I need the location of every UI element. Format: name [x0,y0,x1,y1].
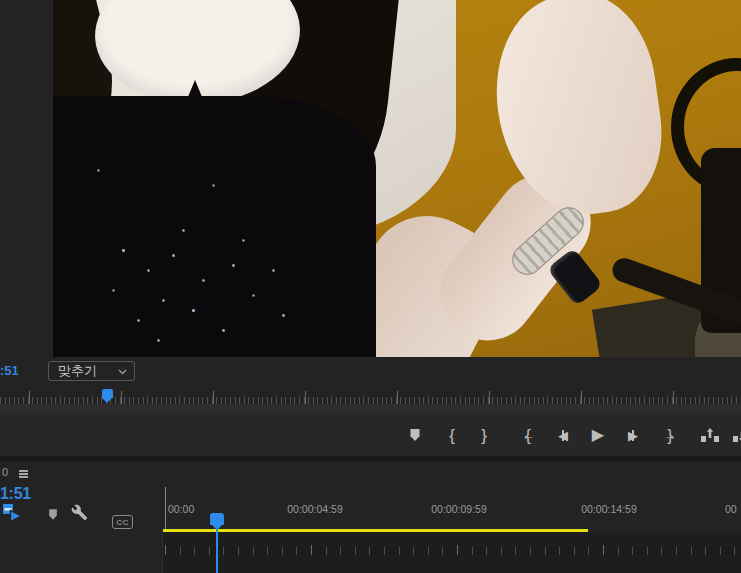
play-icon: ▶ [592,427,604,443]
go-to-out-icon: } [667,427,673,444]
mark-out-icon: } [481,427,487,444]
extract-icon [733,428,741,442]
wrench-icon [71,504,88,521]
go-to-out-button[interactable]: →} [654,421,686,449]
marker-icon [408,428,422,442]
playback-timecode-fragment[interactable]: :51 [0,363,26,379]
ruler-label: 00 [725,503,737,515]
collar-notch [185,80,205,104]
lift-button[interactable] [697,421,723,449]
add-marker-button[interactable] [402,421,428,449]
chevron-down-icon [118,369,127,375]
program-monitor-video [53,0,741,357]
work-area-bar[interactable] [163,529,588,532]
ruler-label: 00:00:14:59 [581,503,636,515]
zoom-fit-label: 맞추기 [58,363,97,378]
play-button[interactable]: ▶ [585,421,611,449]
mark-in-button[interactable]: { [439,421,465,449]
ruler-label: 00:00:09:59 [431,503,486,515]
go-to-in-button[interactable]: {← [512,421,544,449]
zoom-fit-dropdown[interactable]: 맞추기 [48,361,135,381]
timeline-panel: 0 1:51 CC 00:00 00:00:04:59 00:00:09:59 … [0,461,741,573]
cc-icon: CC [116,518,129,527]
closed-captions-button[interactable]: CC [112,515,133,529]
step-back-button[interactable]: ◀ [550,421,576,449]
video-noise-speckles [53,0,54,1]
panel-menu-icon[interactable] [19,470,28,472]
sequence-timecode[interactable]: 1:51 [0,484,31,504]
step-forward-icon: ▶ [628,429,638,442]
monitor-playhead[interactable] [102,389,113,398]
step-forward-button[interactable]: ▶ [620,421,646,449]
timeline-playhead-line [216,527,218,573]
nest-sequence-icon [2,502,22,522]
mark-out-button[interactable]: } [471,421,497,449]
black-dress [53,96,376,357]
extract-button[interactable] [729,421,741,449]
ruler-label: 00:00:04:59 [287,503,342,515]
transport-bar: { } {← ◀ ▶ ▶ →} [0,413,741,456]
mark-in-icon: { [449,427,455,444]
sequence-tab-fragment: 0 [2,466,8,478]
ruler-ticks [162,545,741,555]
sequence-start-line [165,487,166,529]
ruler-label: 00:00 [168,503,194,515]
timeline-playhead[interactable] [210,513,224,525]
lift-icon [701,428,719,442]
premiere-workspace: :51 맞추기 { } {← ◀ ▶ ▶ →} [0,0,741,573]
marker-icon [47,508,59,521]
monitor-lower-strip [0,404,741,413]
